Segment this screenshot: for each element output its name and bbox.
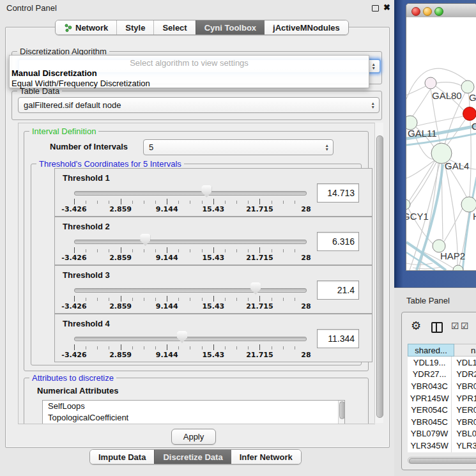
tab-impute-data[interactable]: Impute Data [90,450,154,464]
table-row[interactable]: YDR27...YDR2 [408,369,476,381]
float-window-icon[interactable] [372,5,379,12]
list-item[interactable]: TopologicalCoefficient [43,412,344,424]
cell[interactable]: YER054C [408,404,452,416]
cell[interactable]: YDR27... [408,369,452,381]
numerical-attributes-label: Numerical Attributes [37,386,118,395]
node-right[interactable] [461,197,476,212]
split-columns-icon[interactable] [431,322,443,333]
table-row[interactable]: YBR045CYBR0 [408,416,476,428]
table-row[interactable]: YLR345WYLR3 [408,440,476,452]
table-row[interactable]: YDL19...YDL1 [408,357,476,369]
cell[interactable]: YIL052C [408,452,452,452]
table-row[interactable]: YER054CYER0 [408,404,476,416]
threshold-value-field[interactable]: 14.713 [317,183,359,203]
dropdown-option-equal-width-frequency[interactable]: Equal Width/Frequency Discretization [10,78,369,88]
network-graph: GAL80 GA C GAL11 GAL4 GCY1 H HAP2 [406,17,476,270]
node-gal80[interactable] [425,77,436,89]
number-of-intervals-combobox[interactable]: 5 ▲▼ [143,139,334,155]
node-label: GAL11 [408,128,437,139]
tab-infer-network[interactable]: Infer Network [231,450,301,464]
scale-label: 28 [301,351,311,359]
network-view-window: GAL80 GA C GAL11 GAL4 GCY1 H HAP2 [406,3,476,271]
network-window-titlebar[interactable] [406,4,476,18]
scale-label: -3.426 [61,205,86,213]
node-bottom-partial[interactable] [453,265,463,270]
node-selected-red[interactable] [463,107,476,121]
gear-icon[interactable]: ⚙ [411,320,421,332]
cell[interactable]: YPR145W [408,392,452,404]
scale-label: 28 [301,205,311,213]
scale-label: 2.859 [109,254,132,262]
network-canvas[interactable]: GAL80 GA C GAL11 GAL4 GCY1 H HAP2 [406,17,476,270]
apply-button[interactable]: Apply [171,429,216,445]
group-title: Attributes to discretize [29,373,116,383]
column-header-name[interactable]: na [454,344,476,357]
cell[interactable]: YBL0 [452,428,476,440]
table-row[interactable]: YPR145WYPR1 [408,392,476,404]
threshold-3-slider[interactable] [74,288,307,293]
threshold-4-slider[interactable] [74,337,307,341]
slider-thumb[interactable] [250,282,261,295]
cell[interactable]: YIL0 [452,452,476,452]
table-row[interactable]: YIL052CYIL0 [408,452,476,452]
tab-discretize-data[interactable]: Discretize Data [154,450,231,464]
cell[interactable]: YBL079W [408,428,452,440]
scale-label: 28 [301,254,311,262]
list-scrollbar-thumb[interactable] [339,401,345,419]
cell[interactable]: YPR1 [452,392,476,404]
cell[interactable]: YDL19... [408,357,452,369]
cell[interactable]: YBR0 [452,380,476,392]
threshold-4-panel: Threshold 4 -3.426 2.859 9.144 15.43 21.… [54,314,372,362]
scale-label: 2.859 [109,351,132,359]
tab-cyni-toolbox[interactable]: Cyni Toolbox [196,20,265,35]
threshold-value-field[interactable]: 6.316 [317,232,359,251]
numerical-attributes-list[interactable]: SelfLoops TopologicalCoefficient Between… [42,400,345,424]
slider-thumb[interactable] [177,331,187,343]
list-scrollbar[interactable] [338,401,344,424]
checked-checkbox-icon[interactable]: ☑ [461,321,469,330]
list-item[interactable]: SelfLoops [43,401,344,412]
threshold-value-field[interactable]: 11.344 [317,329,359,348]
scale-label: 9.144 [156,205,178,213]
slider-thumb[interactable] [140,234,150,246]
cell[interactable]: YER0 [452,404,476,416]
column-header-shared-name[interactable]: shared... [408,344,454,357]
table-data-combobox[interactable]: galFiltered.sif default node ▲▼ [18,97,380,113]
cell[interactable]: YLR3 [452,440,476,452]
scale-label: 15.43 [202,254,224,262]
close-traffic-light[interactable] [411,7,420,16]
tab-jactivemnodules[interactable]: jActiveMNodules [265,20,348,35]
close-icon[interactable]: ✖ [383,3,390,12]
slider-thumb[interactable] [201,185,211,197]
zoom-traffic-light[interactable] [434,7,443,16]
threshold-value-field[interactable]: 21.4 [317,280,359,300]
cell[interactable]: YBR045C [408,416,452,428]
combo-arrows-icon: ▲▼ [325,140,329,155]
threshold-label: Threshold 3 [63,270,110,280]
slider-scale: -3.426 2.859 9.144 15.43 21.715 28 [74,302,306,311]
tab-network[interactable]: Network [56,20,116,35]
table-hscrollbar-thumb[interactable] [409,458,476,464]
checked-checkbox-icon[interactable]: ☑ [451,321,459,330]
dropdown-option-manual-discretization[interactable]: Manual Discretization [10,68,369,78]
cell[interactable]: YBR043C [408,380,452,392]
tab-style[interactable]: Style [116,20,153,35]
number-of-intervals-label: Number of Intervals [50,142,128,151]
main-scrollbar-thumb[interactable] [376,135,383,418]
list-item[interactable]: BetweennessCentrality [43,423,344,424]
node-top-right[interactable] [461,81,474,93]
table-horizontal-scrollbar[interactable] [408,457,476,464]
minimize-traffic-light[interactable] [423,7,432,16]
main-scrollbar[interactable] [374,123,383,423]
table-row[interactable]: YBR043CYBR0 [408,380,476,392]
dropdown-placeholder-option[interactable]: Select algorithm to view settings [10,56,369,68]
cell[interactable]: YBR0 [452,416,476,428]
cell[interactable]: YDL1 [452,357,476,369]
cell[interactable]: YLR345W [408,440,452,452]
table-row[interactable]: YBL079WYBL0 [408,428,476,440]
node-label: H [473,211,476,222]
tab-select[interactable]: Select [153,20,195,35]
threshold-1-slider[interactable] [74,191,307,196]
cell[interactable]: YDR2 [452,369,476,381]
threshold-2-slider[interactable] [74,240,307,244]
